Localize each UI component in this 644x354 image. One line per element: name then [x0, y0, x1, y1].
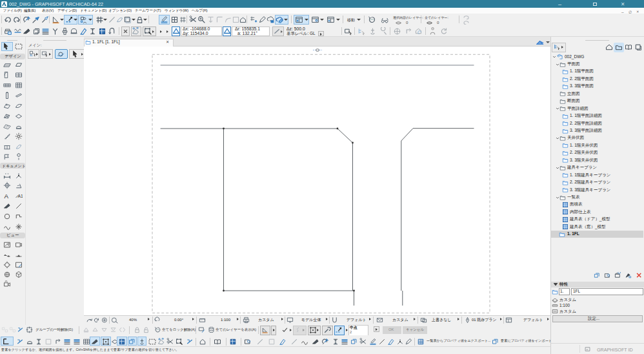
svg-text:A1: A1	[18, 194, 23, 198]
svg-text:A: A	[5, 193, 9, 200]
